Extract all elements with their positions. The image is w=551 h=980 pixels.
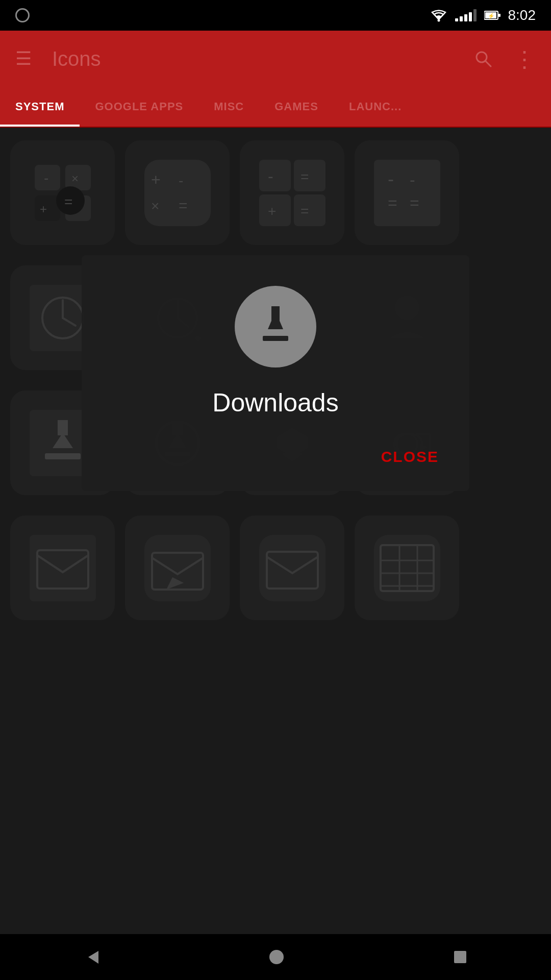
list-item[interactable] xyxy=(240,516,344,620)
svg-text:×: × xyxy=(71,172,79,185)
time-display: 8:02 xyxy=(508,7,536,23)
app-title: Icons xyxy=(52,47,458,70)
content-area: - × + = = + - × = xyxy=(0,128,551,934)
close-button[interactable]: CLOSE xyxy=(371,443,449,471)
svg-rect-83 xyxy=(271,306,280,322)
svg-text:+: + xyxy=(40,202,47,216)
svg-text:-: - xyxy=(179,173,183,188)
status-left xyxy=(15,8,30,22)
list-item[interactable]: - = + = xyxy=(240,140,344,245)
icon-row-4 xyxy=(0,505,551,620)
back-button[interactable] xyxy=(63,943,121,971)
tab-system[interactable]: SYSTEM xyxy=(0,87,80,127)
svg-text:-: - xyxy=(388,168,394,189)
svg-text:=: = xyxy=(410,193,419,212)
status-bar: ⚡ 8:02 xyxy=(0,0,551,31)
svg-rect-73 xyxy=(259,535,325,601)
svg-line-6 xyxy=(485,61,491,66)
svg-point-86 xyxy=(269,950,284,964)
svg-text:-: - xyxy=(44,170,48,186)
list-item[interactable]: - × + = = xyxy=(10,140,115,245)
svg-text:⚡: ⚡ xyxy=(488,12,495,19)
search-icon[interactable] xyxy=(468,44,498,74)
svg-text:=: = xyxy=(64,194,72,210)
svg-text:=: = xyxy=(179,197,188,214)
tab-misc[interactable]: MISC xyxy=(198,87,259,127)
svg-text:×: × xyxy=(151,198,159,214)
svg-text:-: - xyxy=(268,167,273,185)
tab-launcher[interactable]: LAUNC... xyxy=(334,87,417,127)
wifi-icon xyxy=(430,9,447,22)
modal-overlay: Downloads CLOSE xyxy=(0,255,551,491)
battery-icon: ⚡ xyxy=(484,10,500,20)
modal-icon xyxy=(235,286,316,368)
menu-icon[interactable]: ☰ xyxy=(10,43,37,75)
status-right: ⚡ 8:02 xyxy=(430,7,536,23)
more-options-icon[interactable]: ⋮ xyxy=(508,41,541,77)
tab-google-apps[interactable]: GOOGLE APPS xyxy=(80,87,198,127)
signal-icon xyxy=(455,9,477,21)
svg-rect-70 xyxy=(144,535,211,601)
recents-button[interactable] xyxy=(432,944,488,970)
bottom-nav xyxy=(0,934,551,980)
svg-rect-17 xyxy=(144,160,211,226)
svg-rect-23 xyxy=(294,160,325,191)
svg-text:=: = xyxy=(300,203,309,219)
svg-rect-25 xyxy=(294,194,325,226)
svg-rect-68 xyxy=(30,535,96,601)
svg-rect-84 xyxy=(263,336,288,341)
modal-dialog: Downloads CLOSE xyxy=(82,255,469,491)
svg-rect-3 xyxy=(498,14,500,17)
svg-rect-30 xyxy=(374,160,440,226)
icon-row-1: - × + = = + - × = xyxy=(0,128,551,245)
list-item[interactable]: + - × = xyxy=(125,140,230,245)
svg-rect-87 xyxy=(454,951,466,963)
svg-text:+: + xyxy=(151,170,161,189)
list-item[interactable] xyxy=(10,516,115,620)
svg-rect-22 xyxy=(259,160,291,191)
tab-games[interactable]: GAMES xyxy=(259,87,334,127)
camera-icon xyxy=(15,8,30,22)
svg-point-0 xyxy=(437,19,440,22)
modal-footer: CLOSE xyxy=(102,443,449,471)
svg-text:-: - xyxy=(410,170,415,189)
toolbar: ☰ Icons ⋮ xyxy=(0,31,551,87)
tab-bar: SYSTEM GOOGLE APPS MISC GAMES LAUNC... xyxy=(0,87,551,128)
svg-text:=: = xyxy=(300,169,309,185)
home-button[interactable] xyxy=(247,943,306,971)
svg-text:+: + xyxy=(268,203,276,219)
list-item[interactable] xyxy=(125,516,230,620)
svg-marker-85 xyxy=(88,951,98,964)
modal-title: Downloads xyxy=(102,388,449,418)
list-item[interactable]: - = - = xyxy=(355,140,459,245)
svg-text:=: = xyxy=(388,193,397,212)
list-item[interactable] xyxy=(355,516,459,620)
